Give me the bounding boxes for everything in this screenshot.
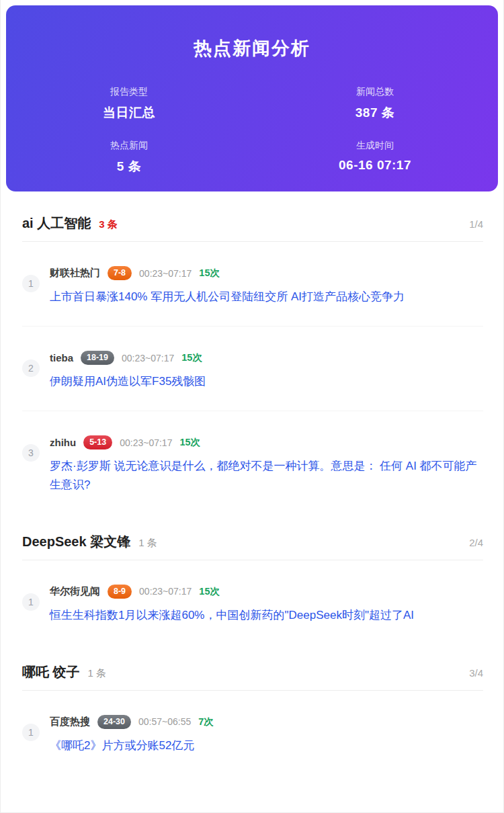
item-index-badge: 3 [22,444,40,462]
stat-label: 报告类型 [103,86,155,98]
stat-generated-time: 生成时间 06-16 07:17 [339,140,411,175]
source-name: 财联社热门 [50,267,100,280]
time-range: 00:57~06:55 [138,716,191,727]
news-item: 2 tieba 18-19 00:23~07:17 15次 伊朗疑用AI伪造以军… [22,326,483,390]
page-title: 热点新闻分析 [6,5,498,60]
section-page-indicator: 3/4 [469,667,483,679]
headline-link[interactable]: 上市首日暴涨140% 军用无人机公司登陆纽交所 AI打造产品核心竞争力 [50,288,483,306]
topic-section: 哪吒 饺子 1 条 3/4 1 百度热搜 24-30 00:57~06:55 7… [22,663,483,755]
time-range: 00:23~07:17 [139,268,192,279]
news-item: 1 财联社热门 7-8 00:23~07:17 15次 上市首日暴涨140% 军… [22,242,483,306]
frequency-count: 15次 [199,585,220,598]
item-body: 华尔街见闻 8-9 00:23~07:17 15次 恒生生科指数1月以来涨超60… [50,585,483,624]
time-range: 00:23~07:17 [122,353,174,363]
headline-link[interactable]: 伊朗疑用AI伪造以军F35残骸图 [50,372,483,390]
stat-value: 当日汇总 [103,104,155,122]
item-meta-row: 华尔街见闻 8-9 00:23~07:17 15次 [50,585,483,599]
rank-badge: 24-30 [97,715,131,729]
item-index-badge: 1 [22,724,40,741]
section-count-badge: 1 条 [138,537,157,550]
source-name: tieba [50,352,73,363]
section-count-badge: 3 条 [99,218,118,231]
topic-section: DeepSeek 梁文锋 1 条 2/4 1 华尔街见闻 8-9 00:23~0… [22,533,483,624]
stat-report-type: 报告类型 当日汇总 [103,86,155,122]
headline-link[interactable]: 《哪吒2》片方或分账52亿元 [50,736,483,755]
time-range: 00:23~07:17 [120,437,172,448]
stats-grid: 报告类型 当日汇总 新闻总数 387 条 热点新闻 5 条 生成时间 06-16… [6,86,498,175]
news-list: 1 华尔街见闻 8-9 00:23~07:17 15次 恒生生科指数1月以来涨超… [22,560,483,624]
stat-value: 5 条 [110,158,148,175]
item-meta-row: 财联社热门 7-8 00:23~07:17 15次 [50,266,483,280]
frequency-count: 7次 [198,716,214,728]
item-body: 百度热搜 24-30 00:57~06:55 7次 《哪吒2》片方或分账52亿元 [50,715,483,755]
section-title: DeepSeek 梁文锋 [22,533,130,551]
rank-badge: 18-19 [81,351,114,365]
item-index-badge: 1 [22,593,40,611]
headline-link[interactable]: 罗杰·彭罗斯 说无论意识是什么，都绝对不是一种计算。意思是： 任何 AI 都不可… [50,457,483,493]
item-body: 财联社热门 7-8 00:23~07:17 15次 上市首日暴涨140% 军用无… [50,266,483,306]
rank-badge: 7-8 [108,266,132,280]
news-list: 1 百度热搜 24-30 00:57~06:55 7次 《哪吒2》片方或分账52… [22,691,483,755]
section-title: ai 人工智能 [22,214,91,232]
item-body: zhihu 5-13 00:23~07:17 15次 罗杰·彭罗斯 说无论意识是… [50,435,483,493]
news-item: 3 zhihu 5-13 00:23~07:17 15次 罗杰·彭罗斯 说无论意… [22,411,483,493]
section-title: 哪吒 饺子 [22,663,80,681]
item-meta-row: 百度热搜 24-30 00:57~06:55 7次 [50,715,483,729]
rank-badge: 8-9 [108,585,132,599]
stat-hot-news: 热点新闻 5 条 [110,140,148,175]
stat-news-total: 新闻总数 387 条 [355,86,394,122]
section-header: 哪吒 饺子 1 条 3/4 [22,663,483,681]
item-index-badge: 2 [22,359,40,377]
item-meta-row: zhihu 5-13 00:23~07:17 15次 [50,435,483,450]
stat-value: 387 条 [355,104,394,122]
frequency-count: 15次 [199,267,220,280]
stat-value: 06-16 07:17 [339,158,411,173]
item-meta-row: tieba 18-19 00:23~07:17 15次 [50,351,483,365]
source-name: 百度热搜 [50,716,90,728]
section-page-indicator: 2/4 [469,537,483,548]
stat-label: 生成时间 [339,140,411,152]
news-list: 1 财联社热门 7-8 00:23~07:17 15次 上市首日暴涨140% 军… [22,242,483,494]
section-header: ai 人工智能 3 条 1/4 [22,214,483,232]
news-item: 1 华尔街见闻 8-9 00:23~07:17 15次 恒生生科指数1月以来涨超… [22,560,483,624]
stat-label: 新闻总数 [355,86,394,98]
sections-container: ai 人工智能 3 条 1/4 1 财联社热门 7-8 00:23~07:17 … [1,214,503,781]
item-body: tieba 18-19 00:23~07:17 15次 伊朗疑用AI伪造以军F3… [50,351,483,390]
section-header: DeepSeek 梁文锋 1 条 2/4 [22,533,483,551]
source-name: zhihu [50,437,76,448]
item-index-badge: 1 [22,275,40,292]
news-item: 1 百度热搜 24-30 00:57~06:55 7次 《哪吒2》片方或分账52… [22,691,483,755]
stat-label: 热点新闻 [110,140,148,152]
source-name: 华尔街见闻 [50,585,100,598]
headline-link[interactable]: 恒生生科指数1月以来涨超60%，中国创新药的"DeepSeek时刻"超过了AI [50,606,483,624]
rank-badge: 5-13 [83,435,112,450]
frequency-count: 15次 [179,436,200,449]
topic-section: ai 人工智能 3 条 1/4 1 财联社热门 7-8 00:23~07:17 … [22,214,483,494]
time-range: 00:23~07:17 [139,586,192,597]
section-count-badge: 1 条 [88,667,107,680]
frequency-count: 15次 [181,351,202,364]
section-page-indicator: 1/4 [469,218,483,230]
report-header-card: 热点新闻分析 报告类型 当日汇总 新闻总数 387 条 热点新闻 5 条 生成时… [6,5,498,191]
report-page: 热点新闻分析 报告类型 当日汇总 新闻总数 387 条 热点新闻 5 条 生成时… [0,0,504,813]
